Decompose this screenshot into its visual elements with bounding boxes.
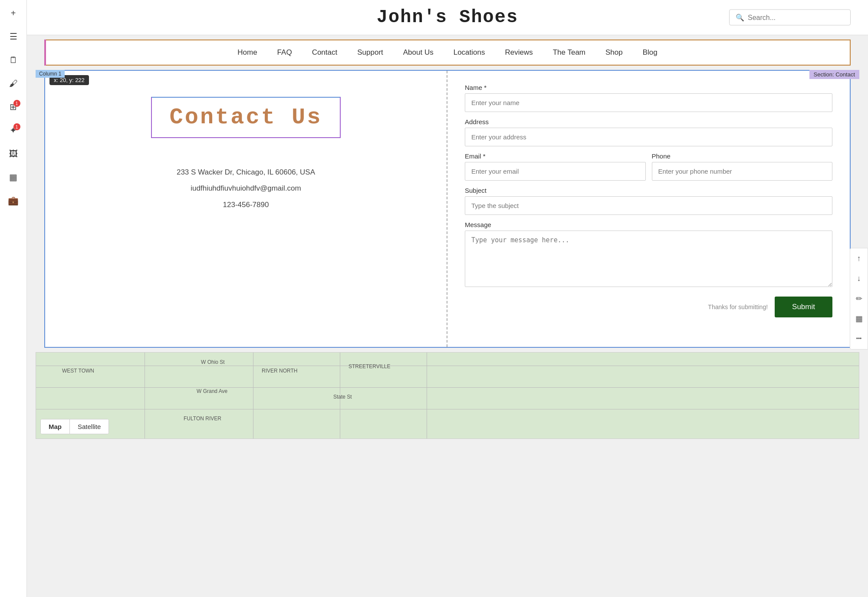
- puzzle-icon[interactable]: ✦ 1: [6, 122, 21, 138]
- message-field-group: Message: [465, 221, 832, 287]
- scroll-down-icon[interactable]: ↓: [852, 272, 866, 286]
- map-controls: Map Satellite: [40, 419, 109, 434]
- layout-icon[interactable]: ▦: [852, 312, 866, 326]
- phone-label: Phone: [652, 152, 833, 160]
- contact-title-box: Contact Us: [151, 97, 340, 138]
- right-panel: Name * Address Email *: [447, 71, 850, 347]
- nav-shop[interactable]: Shop: [602, 46, 626, 59]
- nav-about[interactable]: About Us: [400, 46, 437, 59]
- map-label-wgrand: W Grand Ave: [197, 388, 227, 394]
- map-line: [36, 409, 859, 409]
- submit-area: Thanks for submitting! Submit: [465, 293, 832, 321]
- nav-reviews[interactable]: Reviews: [501, 46, 536, 59]
- grid-icon[interactable]: ▦: [6, 169, 21, 185]
- nav-contact[interactable]: Contact: [309, 46, 341, 59]
- email-phone-row: Email * Phone: [465, 152, 832, 181]
- map-line: [427, 353, 427, 439]
- contact-title: Contact Us: [169, 105, 322, 130]
- email-label: Email *: [465, 152, 646, 160]
- thanks-text: Thanks for submitting!: [708, 303, 768, 310]
- nav-locations[interactable]: Locations: [450, 46, 489, 59]
- map-line: [36, 387, 859, 388]
- nav-home[interactable]: Home: [234, 46, 260, 59]
- name-input[interactable]: [465, 93, 832, 112]
- badge-1: 1: [13, 100, 20, 107]
- scroll-up-icon[interactable]: ↑: [852, 252, 866, 266]
- name-label: Name *: [465, 84, 832, 91]
- more-icon[interactable]: •••: [852, 332, 866, 346]
- message-input[interactable]: [465, 231, 832, 287]
- map-label-wohio: W Ohio St: [201, 359, 225, 365]
- section-label: Section: Contact: [809, 70, 859, 79]
- plus-icon[interactable]: +: [6, 5, 21, 21]
- map-label-state: State St: [333, 394, 352, 400]
- left-panel: x: 20, y: 222 Contact Us 233 S Wacker Dr…: [45, 71, 447, 347]
- contact-phone: 123-456-7890: [177, 197, 315, 213]
- map-label-fulton: FULTON RIVER: [184, 416, 221, 422]
- nav-support[interactable]: Support: [354, 46, 387, 59]
- map-tab-map[interactable]: Map: [41, 419, 69, 434]
- nav-left-border: [44, 40, 46, 66]
- nav-faq[interactable]: FAQ: [274, 46, 296, 59]
- map-section: WEST TOWN W Ohio St RIVER NORTH STREETER…: [36, 352, 859, 439]
- apps-icon[interactable]: ⊞ 1: [6, 99, 21, 115]
- map-label-west-town: WEST TOWN: [62, 368, 94, 374]
- right-sidebar: ↑ ↓ ✏ ▦ •••: [850, 248, 868, 350]
- briefcase-icon[interactable]: 💼: [6, 193, 21, 208]
- nav-bar: Home FAQ Contact Support About Us Locati…: [45, 40, 850, 65]
- subject-label: Subject: [465, 187, 832, 194]
- map-label-streeterville: STREETERVILLE: [349, 363, 390, 369]
- column-label: Column 1: [36, 70, 65, 78]
- map-label-river-north: RIVER NORTH: [262, 368, 297, 374]
- phone-input[interactable]: [652, 162, 833, 181]
- site-header: John's Shoes 🔍: [27, 0, 868, 35]
- name-field-group: Name *: [465, 84, 832, 112]
- contact-email: iudfhiuhdfiuvhuiohdfv@gmail.com: [177, 180, 315, 196]
- phone-field-group: Phone: [652, 152, 833, 181]
- note-icon[interactable]: 🗒: [6, 52, 21, 68]
- nav-team[interactable]: The Team: [549, 46, 589, 59]
- address-label: Address: [465, 118, 832, 125]
- nav-blog[interactable]: Blog: [639, 46, 661, 59]
- contact-address: 233 S Wacker Dr, Chicago, IL 60606, USA: [177, 164, 315, 180]
- search-bar[interactable]: 🔍: [729, 10, 851, 26]
- subject-input[interactable]: [465, 196, 832, 215]
- content-section: x: 20, y: 222 Contact Us 233 S Wacker Dr…: [44, 70, 851, 348]
- badge-2: 1: [13, 123, 20, 130]
- list-icon[interactable]: ☰: [6, 29, 21, 44]
- contact-info: 233 S Wacker Dr, Chicago, IL 60606, USA …: [177, 164, 315, 213]
- email-field-group: Email *: [465, 152, 646, 181]
- map-tab-satellite[interactable]: Satellite: [69, 419, 108, 434]
- submit-button[interactable]: Submit: [775, 297, 832, 317]
- image-icon[interactable]: 🖼: [6, 146, 21, 162]
- map-line: [36, 366, 859, 366]
- subject-field-group: Subject: [465, 187, 832, 215]
- edit-icon[interactable]: ✏: [852, 292, 866, 306]
- main-content: John's Shoes 🔍 Home FAQ Contact Support …: [27, 0, 868, 597]
- email-input[interactable]: [465, 162, 646, 181]
- map-line: [145, 353, 145, 439]
- address-input[interactable]: [465, 128, 832, 146]
- search-input[interactable]: [748, 13, 844, 21]
- message-label: Message: [465, 221, 832, 228]
- search-icon: 🔍: [736, 13, 744, 22]
- left-sidebar: + ☰ 🗒 🖌 ⊞ 1 ✦ 1 🖼 ▦ 💼: [0, 0, 27, 597]
- site-title: John's Shoes: [377, 7, 518, 28]
- map-line: [253, 353, 253, 439]
- address-field-group: Address: [465, 118, 832, 146]
- nav-container: Home FAQ Contact Support About Us Locati…: [44, 40, 851, 66]
- brush-icon[interactable]: 🖌: [6, 76, 21, 91]
